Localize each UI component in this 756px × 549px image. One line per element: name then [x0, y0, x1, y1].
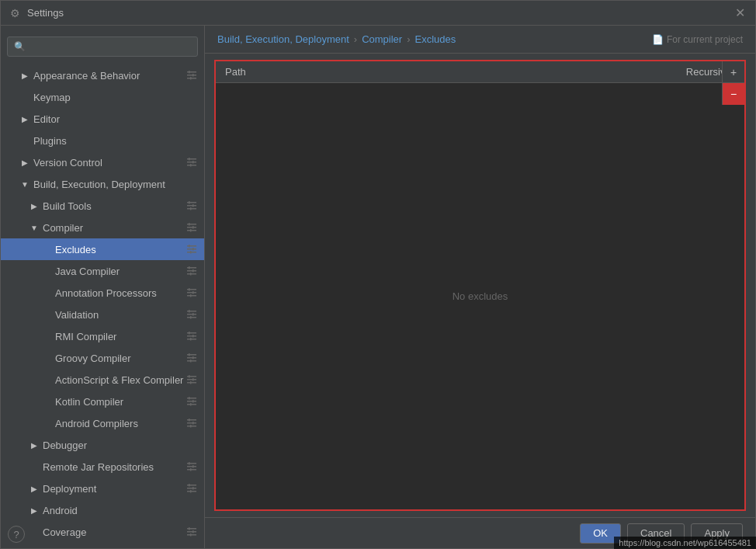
- breadcrumb-item-0[interactable]: Build, Execution, Deployment: [217, 33, 349, 45]
- svg-rect-3: [189, 71, 190, 74]
- sidebar-item-editor[interactable]: ▶Editor: [1, 108, 204, 130]
- svg-rect-42: [187, 311, 196, 312]
- sidebar-item-actionscript-flex-compiler[interactable]: ActionScript & Flex Compiler: [1, 369, 204, 391]
- sidebar-item-android[interactable]: ▶Android: [1, 499, 204, 521]
- main-content: 🔍 ▶Appearance & BehaviorKeymap▶EditorPlu…: [1, 26, 755, 548]
- sidebar-item-rmi-compiler[interactable]: RMI Compiler: [1, 325, 204, 347]
- svg-rect-15: [189, 201, 190, 204]
- settings-window: ⚙ Settings ✕ 🔍 ▶Appearance & BehaviorKey…: [0, 0, 756, 549]
- svg-rect-67: [187, 401, 196, 402]
- svg-rect-18: [187, 224, 196, 225]
- sidebar-item-label: Plugins: [33, 135, 67, 147]
- svg-rect-44: [187, 317, 196, 318]
- svg-rect-56: [187, 360, 196, 362]
- svg-rect-68: [187, 404, 196, 405]
- svg-rect-95: [190, 533, 192, 537]
- sidebar-item-excludes[interactable]: Excludes: [1, 238, 204, 260]
- svg-rect-19: [187, 227, 196, 228]
- svg-rect-91: [187, 531, 196, 533]
- svg-rect-9: [189, 158, 190, 161]
- svg-rect-1: [187, 75, 196, 76]
- sidebar-item-label: Coverage: [43, 526, 86, 538]
- breadcrumb-item-1[interactable]: Compiler: [362, 33, 402, 45]
- add-exclude-button[interactable]: +: [723, 61, 744, 83]
- help-button[interactable]: ?: [8, 526, 25, 543]
- sidebar-item-label: Java Compiler: [55, 266, 120, 277]
- svg-rect-11: [190, 164, 192, 167]
- svg-rect-88: [192, 487, 194, 490]
- svg-rect-81: [189, 462, 190, 465]
- search-box[interactable]: 🔍: [7, 36, 198, 57]
- sidebar-item-groovy-compiler[interactable]: Groovy Compiler: [1, 347, 204, 369]
- svg-rect-86: [187, 491, 196, 492]
- sidebar-item-label: Kotlin Compiler: [55, 396, 123, 408]
- remove-exclude-button[interactable]: −: [723, 83, 744, 105]
- settings-icon: [186, 460, 198, 473]
- arrow-icon: ▶: [29, 483, 40, 494]
- settings-icon: [186, 395, 198, 408]
- sidebar-item-label: Validation: [55, 309, 99, 321]
- sidebar-item-kotlin-compiler[interactable]: Kotlin Compiler: [1, 391, 204, 412]
- arrow-spacer: [41, 244, 52, 255]
- sidebar-item-plugins[interactable]: Plugins: [1, 130, 204, 151]
- svg-rect-41: [190, 294, 192, 297]
- svg-rect-7: [187, 162, 196, 163]
- sidebar-item-label: Deployment: [43, 483, 96, 495]
- arrow-icon: ▶: [29, 200, 40, 211]
- svg-rect-14: [187, 208, 196, 210]
- arrow-spacer: [19, 135, 30, 146]
- path-column-header: Path: [216, 66, 686, 78]
- sidebar-item-keymap[interactable]: Keymap: [1, 86, 204, 108]
- settings-icon: [186, 200, 198, 212]
- arrow-spacer: [41, 266, 52, 276]
- svg-rect-84: [187, 485, 196, 486]
- sidebar-item-version-control[interactable]: ▶Version Control: [1, 151, 204, 173]
- arrow-icon: ▼: [19, 179, 30, 189]
- settings-icon: [186, 330, 198, 342]
- sidebar-item-java-compiler[interactable]: Java Compiler: [1, 260, 204, 282]
- sidebar-item-validation[interactable]: Validation: [1, 304, 204, 325]
- svg-rect-34: [192, 269, 194, 273]
- table-body: No excludes: [216, 83, 744, 509]
- arrow-spacer: [19, 92, 30, 103]
- arrow-spacer: [41, 331, 52, 342]
- search-input[interactable]: [30, 41, 191, 53]
- sidebar-item-build-tools[interactable]: ▶Build Tools: [1, 195, 204, 217]
- sidebar-item-label: Compiler: [43, 222, 83, 234]
- window-title: Settings: [27, 7, 64, 19]
- sidebar-item-android-compilers[interactable]: Android Compilers: [1, 412, 204, 434]
- settings-icon: [186, 287, 198, 299]
- sidebar-item-compiler[interactable]: ▼Compiler: [1, 217, 204, 238]
- table-header: Path Recursively + −: [216, 61, 744, 83]
- close-button[interactable]: ✕: [732, 5, 747, 21]
- sidebar-item-build-execution-deployment[interactable]: ▼Build, Execution, Deployment: [1, 173, 204, 195]
- svg-rect-23: [190, 229, 192, 232]
- svg-rect-63: [189, 375, 190, 378]
- arrow-icon: ▶: [19, 70, 30, 81]
- sidebar-item-label: Docker: [43, 548, 75, 549]
- svg-rect-49: [187, 335, 196, 337]
- arrow-spacer: [29, 526, 40, 537]
- sidebar-item-coverage[interactable]: Coverage: [1, 521, 204, 543]
- sidebar-item-label: Editor: [33, 113, 60, 125]
- sidebar-item-debugger[interactable]: ▶Debugger: [1, 434, 204, 456]
- svg-rect-22: [192, 226, 194, 229]
- svg-rect-55: [187, 357, 196, 359]
- sidebar-item-deployment[interactable]: ▶Deployment: [1, 478, 204, 499]
- svg-rect-17: [190, 207, 192, 210]
- sidebar-item-appearance-behavior[interactable]: ▶Appearance & Behavior: [1, 64, 204, 86]
- breadcrumb-current[interactable]: Excludes: [415, 33, 456, 45]
- svg-rect-75: [189, 419, 190, 422]
- sidebar-item-docker[interactable]: ▶Docker: [1, 543, 204, 548]
- arrow-spacer: [41, 353, 52, 363]
- arrow-spacer: [41, 287, 52, 298]
- svg-rect-30: [187, 267, 196, 269]
- settings-icon: [186, 69, 198, 82]
- svg-rect-60: [187, 376, 196, 377]
- sidebar-item-remote-jar-repositories[interactable]: Remote Jar Repositories: [1, 456, 204, 478]
- svg-rect-92: [187, 534, 196, 536]
- svg-rect-39: [189, 288, 190, 291]
- svg-rect-65: [190, 381, 192, 384]
- sidebar-item-annotation-processors[interactable]: Annotation Processors: [1, 282, 204, 304]
- settings-icon: [186, 265, 198, 277]
